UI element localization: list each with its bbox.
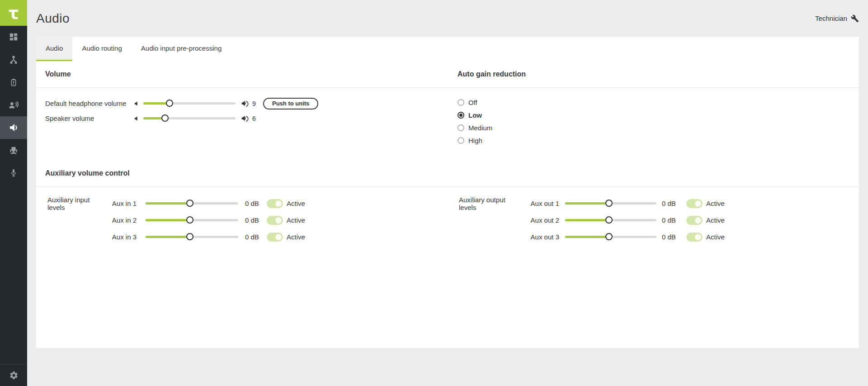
slider-thumb[interactable]	[186, 233, 193, 240]
headphone-volume-label: Default headphone volume	[45, 100, 133, 107]
sidebar	[0, 0, 27, 386]
volume-rows: Default headphone volume 9 Push to units…	[45, 96, 458, 147]
volume-section-title: Volume	[45, 70, 458, 87]
toggle-knob	[694, 234, 702, 241]
aux-output-rows: Auxiliary output levels Aux out 1 0 dB A…	[459, 195, 725, 245]
aux-in-2-slider[interactable]	[146, 216, 238, 224]
aux-out-3-toggle[interactable]	[686, 233, 703, 242]
sidebar-spacer	[0, 184, 27, 364]
aux-out-2-toggle[interactable]	[686, 216, 703, 225]
aux-out-3-value: 0 dB	[662, 233, 680, 241]
volume-low-icon	[133, 100, 140, 107]
radio-option-off[interactable]: Off	[458, 96, 492, 109]
aux-in-1-slider[interactable]	[146, 200, 238, 207]
headphone-volume-value: 9	[252, 100, 257, 107]
aux-out-1-row: Auxiliary output levels Aux out 1 0 dB A…	[459, 195, 725, 212]
aux-out-3-row: Aux out 3 0 dB Active	[459, 229, 725, 245]
televic-logo-glyph	[7, 6, 20, 20]
volume-row-speaker: Speaker volume 6	[45, 111, 458, 126]
slider-thumb[interactable]	[605, 200, 613, 207]
radio-icon[interactable]	[458, 99, 464, 106]
aux-section-title: Auxiliary volume control	[45, 169, 130, 186]
wrench-icon	[851, 14, 859, 23]
aux-in-2-value: 0 dB	[245, 216, 263, 224]
content-card: Audio Audio routing Audio input pre-proc…	[36, 37, 859, 348]
sidebar-item-audio[interactable]	[0, 116, 27, 139]
section-head-volume-agr: Volume Auto gain reduction	[36, 61, 859, 88]
slider-thumb[interactable]	[186, 216, 193, 224]
tab-bar: Audio Audio routing Audio input pre-proc…	[36, 37, 859, 61]
aux-in-2-toggle[interactable]	[267, 216, 283, 225]
volume-low-icon	[133, 115, 140, 122]
sidebar-item-battery[interactable]	[0, 71, 27, 94]
slider-thumb[interactable]	[161, 114, 169, 122]
aux-out-2-toggle-label: Active	[706, 216, 725, 224]
aux-in-3-toggle-label: Active	[287, 233, 305, 241]
volume-row-headphone: Default headphone volume 9 Push to units	[45, 96, 458, 111]
speaker-volume-slider[interactable]	[143, 114, 236, 122]
aux-out-2-value: 0 dB	[662, 216, 680, 224]
tab-audio-input-pre-processing[interactable]: Audio input pre-processing	[132, 37, 231, 61]
topology-icon	[9, 55, 19, 65]
radio-option-low[interactable]: Low	[458, 109, 492, 121]
page-header: Audio Technician	[36, 0, 859, 37]
headphone-volume-slider[interactable]	[143, 100, 236, 107]
televic-logo[interactable]	[0, 0, 27, 26]
radio-icon[interactable]	[458, 137, 464, 144]
section-body-volume-agr: Default headphone volume 9 Push to units…	[36, 88, 859, 147]
toggle-knob	[275, 234, 282, 241]
user-role-menu[interactable]: Technician	[815, 14, 859, 23]
section-head-aux: Auxiliary volume control	[36, 147, 859, 187]
aux-out-1-label: Aux out 1	[524, 200, 559, 207]
aux-in-1-label: Aux in 1	[104, 200, 137, 207]
aux-out-3-label: Aux out 3	[524, 233, 559, 241]
radio-option-medium[interactable]: Medium	[458, 121, 492, 134]
settings-gear-icon	[9, 371, 19, 380]
radio-icon[interactable]	[458, 112, 464, 119]
volume-high-icon	[241, 100, 250, 107]
toggle-knob	[694, 217, 702, 224]
aux-out-2-label: Aux out 2	[524, 216, 559, 224]
aux-in-3-value: 0 dB	[245, 233, 263, 241]
sidebar-item-seat[interactable]	[0, 139, 27, 162]
sidebar-item-topology[interactable]	[0, 48, 27, 71]
aux-out-3-toggle-label: Active	[706, 233, 725, 241]
section-body-aux: Auxiliary input levels Aux in 1 0 dB Act…	[36, 187, 859, 245]
page-title: Audio	[36, 11, 70, 26]
radio-option-high[interactable]: High	[458, 134, 492, 147]
aux-in-3-toggle[interactable]	[267, 233, 283, 242]
aux-in-1-value: 0 dB	[245, 200, 263, 207]
sidebar-item-dashboard[interactable]	[0, 26, 27, 48]
aux-in-3-slider[interactable]	[146, 233, 238, 241]
volume-high-icon	[241, 114, 250, 122]
slider-thumb[interactable]	[605, 216, 613, 224]
tab-audio[interactable]: Audio	[36, 37, 72, 61]
aux-out-1-value: 0 dB	[662, 200, 680, 207]
speaker-volume-value: 6	[252, 115, 257, 122]
speaker-volume-label: Speaker volume	[45, 114, 133, 122]
sidebar-item-settings[interactable]	[0, 364, 27, 386]
slider-thumb[interactable]	[166, 100, 173, 107]
aux-out-2-row: Aux out 2 0 dB Active	[459, 212, 725, 229]
auto-gain-section-title: Auto gain reduction	[458, 70, 526, 87]
push-to-units-button[interactable]: Push to units	[263, 98, 318, 110]
radio-icon[interactable]	[458, 124, 464, 131]
slider-thumb[interactable]	[605, 233, 613, 240]
sidebar-item-microphone[interactable]	[0, 162, 27, 184]
aux-in-3-label: Aux in 3	[104, 233, 137, 241]
aux-in-1-toggle[interactable]	[267, 199, 283, 208]
aux-out-1-slider[interactable]	[565, 200, 656, 207]
aux-out-2-slider[interactable]	[565, 216, 656, 224]
aux-out-1-toggle-label: Active	[706, 200, 725, 207]
aux-input-group-label: Auxiliary input levels	[45, 196, 104, 211]
auto-gain-options: Off Low Medium High	[458, 96, 492, 147]
toggle-knob	[275, 217, 282, 224]
aux-out-3-slider[interactable]	[565, 233, 656, 241]
tab-audio-routing[interactable]: Audio routing	[72, 37, 131, 61]
dashboard-icon	[9, 32, 19, 42]
main-area: Audio Technician Audio Audio routing Aud…	[27, 0, 868, 348]
sidebar-item-interpretation[interactable]	[0, 94, 27, 116]
slider-thumb[interactable]	[186, 200, 193, 207]
microphone-icon	[9, 168, 18, 178]
aux-out-1-toggle[interactable]	[686, 199, 703, 208]
